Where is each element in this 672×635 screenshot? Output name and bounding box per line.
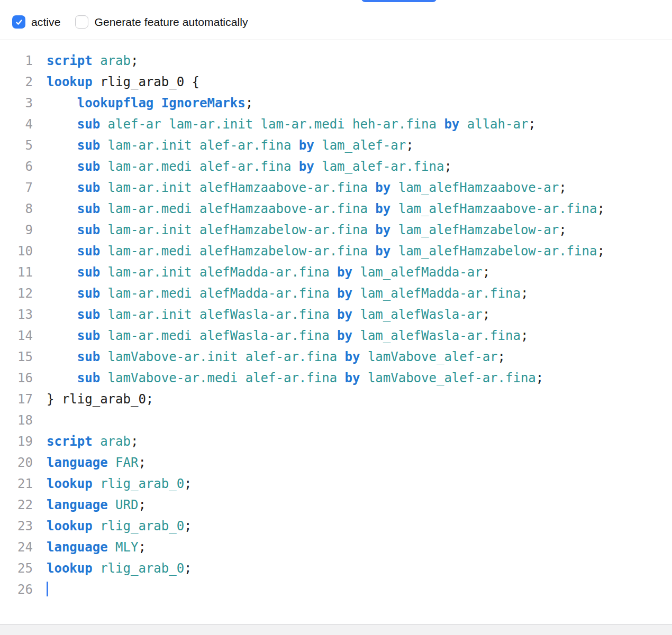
code-editor[interactable]: 1script arab;2lookup rlig_arab_0 {3 look… <box>0 41 672 624</box>
code-text: sub lamVabove-ar.medi alef-ar.fina by la… <box>33 367 543 389</box>
code-text: lookup rlig_arab_0; <box>33 473 192 494</box>
line-number: 18 <box>0 410 33 431</box>
text-caret <box>47 582 48 596</box>
line-number: 11 <box>0 262 33 283</box>
line-number: 13 <box>0 304 33 325</box>
code-text: sub lam-ar.medi alefWasla-ar.fina by lam… <box>33 325 528 346</box>
checkbox-unchecked-icon[interactable] <box>75 15 88 29</box>
line-number: 25 <box>0 558 33 579</box>
code-text: script arab; <box>33 50 138 71</box>
code-text: lookupflag IgnoreMarks; <box>33 93 253 114</box>
line-number: 2 <box>0 71 33 93</box>
code-line[interactable]: 5 sub lam-ar.init alef-ar.fina by lam_al… <box>0 135 672 156</box>
code-line[interactable]: 26 <box>0 579 672 600</box>
code-text: lookup rlig_arab_0; <box>33 558 192 579</box>
code-text: sub alef-ar lam-ar.init lam-ar.medi heh-… <box>33 114 536 135</box>
line-number: 14 <box>0 325 33 346</box>
code-text <box>33 410 47 431</box>
line-number: 5 <box>0 135 33 156</box>
code-line[interactable]: 13 sub lam-ar.init alefWasla-ar.fina by … <box>0 304 672 325</box>
line-number: 21 <box>0 473 33 494</box>
generate-feature-checkbox[interactable]: Generate feature automatically <box>75 15 248 29</box>
code-line[interactable]: 21lookup rlig_arab_0; <box>0 473 672 494</box>
line-number: 1 <box>0 50 33 71</box>
line-number: 15 <box>0 346 33 367</box>
code-text: script arab; <box>33 431 138 452</box>
code-text: language MLY; <box>33 537 146 558</box>
code-text: sub lam-ar.medi alef-ar.fina by lam_alef… <box>33 156 452 177</box>
line-number: 26 <box>0 579 33 600</box>
code-text: sub lam-ar.init alefMadda-ar.fina by lam… <box>33 262 490 283</box>
code-text: lookup rlig_arab_0; <box>33 516 192 537</box>
code-text: sub lam-ar.init alefWasla-ar.fina by lam… <box>33 304 490 325</box>
generate-feature-checkbox-label: Generate feature automatically <box>94 16 248 29</box>
code-lines-container: 1script arab;2lookup rlig_arab_0 {3 look… <box>0 50 672 600</box>
toolbar: active Generate feature automatically <box>0 4 672 40</box>
code-line[interactable]: 11 sub lam-ar.init alefMadda-ar.fina by … <box>0 262 672 283</box>
code-line[interactable]: 2lookup rlig_arab_0 { <box>0 71 672 93</box>
code-text: sub lam-ar.init alefHamzabelow-ar.fina b… <box>33 219 567 241</box>
code-text: sub lam-ar.medi alefHamzaabove-ar.fina b… <box>33 198 605 219</box>
code-line[interactable]: 25lookup rlig_arab_0; <box>0 558 672 579</box>
code-line[interactable]: 7 sub lam-ar.init alefHamzaabove-ar.fina… <box>0 177 672 198</box>
line-number: 16 <box>0 367 33 389</box>
code-line[interactable]: 23lookup rlig_arab_0; <box>0 516 672 537</box>
code-text: sub lam-ar.medi alefHamzabelow-ar.fina b… <box>33 241 605 262</box>
code-text: sub lamVabove-ar.init alef-ar.fina by la… <box>33 346 505 367</box>
line-number: 12 <box>0 283 33 304</box>
code-text: lookup rlig_arab_0 { <box>33 71 199 93</box>
line-number: 24 <box>0 537 33 558</box>
code-line[interactable]: 16 sub lamVabove-ar.medi alef-ar.fina by… <box>0 367 672 389</box>
code-text: } rlig_arab_0; <box>33 389 153 410</box>
code-text: sub lam-ar.init alefHamzaabove-ar.fina b… <box>33 177 567 198</box>
code-line[interactable]: 6 sub lam-ar.medi alef-ar.fina by lam_al… <box>0 156 672 177</box>
active-checkbox[interactable]: active <box>12 15 60 29</box>
code-line[interactable]: 22language URD; <box>0 494 672 516</box>
line-number: 10 <box>0 241 33 262</box>
line-number: 3 <box>0 93 33 114</box>
line-number: 22 <box>0 494 33 516</box>
code-text: language FAR; <box>33 452 146 473</box>
code-line[interactable]: 8 sub lam-ar.medi alefHamzaabove-ar.fina… <box>0 198 672 219</box>
line-number: 20 <box>0 452 33 473</box>
line-number: 9 <box>0 219 33 241</box>
code-line[interactable]: 18 <box>0 410 672 431</box>
line-number: 6 <box>0 156 33 177</box>
code-line[interactable]: 9 sub lam-ar.init alefHamzabelow-ar.fina… <box>0 219 672 241</box>
code-line[interactable]: 20language FAR; <box>0 452 672 473</box>
line-number: 17 <box>0 389 33 410</box>
code-text: language URD; <box>33 494 146 516</box>
code-line[interactable]: 24language MLY; <box>0 537 672 558</box>
footer-bar <box>0 624 672 635</box>
code-line[interactable]: 15 sub lamVabove-ar.init alef-ar.fina by… <box>0 346 672 367</box>
line-number: 19 <box>0 431 33 452</box>
line-number: 23 <box>0 516 33 537</box>
code-line[interactable]: 17} rlig_arab_0; <box>0 389 672 410</box>
checkbox-checked-icon[interactable] <box>12 15 25 29</box>
line-number: 7 <box>0 177 33 198</box>
code-line[interactable]: 12 sub lam-ar.medi alefMadda-ar.fina by … <box>0 283 672 304</box>
feature-code-editor-panel: active Generate feature automatically 1s… <box>0 0 672 635</box>
code-line[interactable]: 19script arab; <box>0 431 672 452</box>
line-number: 8 <box>0 198 33 219</box>
code-text: sub lam-ar.init alef-ar.fina by lam_alef… <box>33 135 414 156</box>
active-checkbox-label: active <box>31 16 60 29</box>
line-number: 4 <box>0 114 33 135</box>
code-line[interactable]: 1script arab; <box>0 50 672 71</box>
code-text: sub lam-ar.medi alefMadda-ar.fina by lam… <box>33 283 528 304</box>
code-line[interactable]: 14 sub lam-ar.medi alefWasla-ar.fina by … <box>0 325 672 346</box>
code-line[interactable]: 3 lookupflag IgnoreMarks; <box>0 93 672 114</box>
partial-top-button[interactable] <box>361 0 437 2</box>
code-line[interactable]: 4 sub alef-ar lam-ar.init lam-ar.medi he… <box>0 114 672 135</box>
code-text <box>33 579 48 600</box>
code-line[interactable]: 10 sub lam-ar.medi alefHamzabelow-ar.fin… <box>0 241 672 262</box>
